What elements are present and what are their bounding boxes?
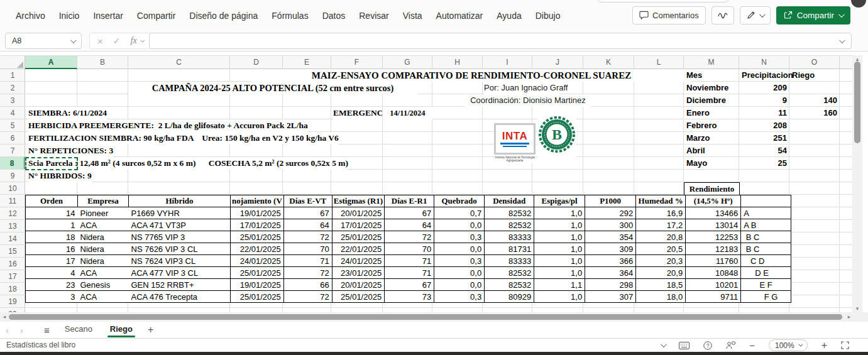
weather-precipitacion-value[interactable]: 11	[739, 107, 787, 119]
weather-precipitacion-value[interactable]: 54	[739, 145, 787, 157]
column-header-N[interactable]: N	[739, 56, 789, 69]
cell[interactable]: F G	[741, 291, 791, 303]
cell[interactable]: 25/01/2025	[332, 231, 384, 243]
cell[interactable]: 64	[385, 219, 434, 231]
weather-precipitacion-value[interactable]: 208	[739, 119, 787, 132]
menu-tab-automatizar[interactable]: Automatizar	[429, 4, 490, 28]
weather-riego-value[interactable]: 160	[789, 107, 837, 119]
weather-precipitacion-value[interactable]: 209	[739, 82, 787, 94]
column-header-M[interactable]: M	[684, 56, 739, 69]
cell[interactable]: 17/01/2025	[231, 219, 284, 231]
cell[interactable]: 20/01/2025	[332, 279, 384, 291]
cell[interactable]: NS 7626 VIP 3 CL	[129, 243, 231, 255]
cell[interactable]: 1,0	[534, 291, 585, 303]
weather-month[interactable]: Noviembre	[686, 82, 739, 94]
menu-tab-fórmulas[interactable]: Fórmulas	[265, 4, 315, 28]
menu-tab-insertar[interactable]: Insertar	[86, 4, 129, 28]
search-box-partial[interactable]	[596, 0, 730, 3]
menu-tab-ayuda[interactable]: Ayuda	[490, 4, 528, 28]
cell[interactable]: 82532	[485, 267, 534, 279]
cell[interactable]: 67	[385, 279, 434, 291]
cell[interactable]: 67	[385, 207, 434, 219]
cell[interactable]: 16	[26, 243, 78, 255]
cell[interactable]: 25/01/2025	[231, 291, 284, 303]
table-header-cell[interactable]: Empresa	[78, 195, 129, 207]
table-header-cell[interactable]: Híbrido	[129, 195, 231, 207]
cell[interactable]: 25/01/2025	[231, 267, 284, 279]
cell[interactable]: Genesis	[78, 279, 129, 291]
cell[interactable]: 11760	[686, 255, 741, 267]
prev-sheet-icon[interactable]: ‹	[0, 325, 14, 336]
zoom-in-icon[interactable]: +	[821, 341, 827, 351]
cell[interactable]: A	[741, 207, 791, 219]
cell[interactable]: 20,8	[636, 231, 686, 243]
cell[interactable]: 22/01/2025	[231, 243, 284, 255]
cell[interactable]: 24/01/2025	[332, 255, 384, 267]
cell[interactable]: 0,0	[434, 243, 485, 255]
cell[interactable]: 10848	[686, 267, 741, 279]
column-header-E[interactable]: E	[283, 56, 331, 69]
cell[interactable]: 71	[385, 255, 434, 267]
cell[interactable]: 10201	[686, 279, 741, 291]
weather-precipitacion-value[interactable]: 25	[739, 157, 787, 170]
cell[interactable]: 70	[385, 243, 434, 255]
cell[interactable]: 16,9	[636, 207, 686, 219]
comments-button[interactable]: Comentarios	[632, 6, 706, 25]
column-header-A[interactable]: A	[25, 56, 77, 69]
table-header-cell[interactable]: P1000	[585, 195, 636, 207]
cell[interactable]: 83333	[485, 231, 534, 243]
cell[interactable]: 1,0	[534, 255, 585, 267]
weather-month[interactable]: Enero	[686, 107, 739, 119]
menu-tab-inicio[interactable]: Inicio	[52, 4, 87, 28]
select-all-corner[interactable]	[0, 56, 25, 69]
cell[interactable]: 20,3	[636, 255, 686, 267]
cell[interactable]: NS 7624 VIP3 CL	[129, 255, 231, 267]
sheet-tab-secano[interactable]: Secano	[56, 322, 101, 338]
add-sheet-icon[interactable]: +	[141, 324, 160, 336]
cell[interactable]: 72	[283, 291, 332, 303]
cancel-icon[interactable]: ×	[97, 36, 103, 46]
cell[interactable]: 1,1	[534, 279, 585, 291]
cell[interactable]: 17	[26, 255, 78, 267]
table-header-cell[interactable]: Orden	[26, 195, 78, 207]
cell[interactable]: 80929	[485, 291, 534, 303]
formula-input[interactable]: Scia Parcela : 12,48 m2 (4 surcos 0,52 m…	[149, 33, 852, 49]
cell[interactable]: 23/01/2025	[332, 267, 384, 279]
cell[interactable]: 292	[585, 207, 636, 219]
cell[interactable]: 20/01/2025	[332, 207, 384, 219]
column-header-D[interactable]: D	[230, 56, 283, 69]
cell[interactable]: 12253	[686, 231, 741, 243]
weather-month[interactable]: Febrero	[686, 119, 739, 132]
cell[interactable]: 24/01/2025	[231, 255, 284, 267]
cell[interactable]: 23	[26, 279, 78, 291]
cell[interactable]: 0,3	[434, 291, 485, 303]
cell[interactable]: 4	[26, 267, 78, 279]
feedback-person-icon[interactable]	[726, 341, 735, 349]
weather-month[interactable]: Diciembre	[686, 94, 739, 107]
cell[interactable]: ACA	[78, 291, 129, 303]
weather-precipitacion-value[interactable]: 251	[739, 132, 787, 145]
cell[interactable]: Nidera	[78, 231, 129, 243]
column-header-O[interactable]: O	[789, 56, 840, 69]
cell[interactable]: 19/01/2025	[231, 279, 284, 291]
vertical-scroll-thumb[interactable]	[854, 62, 860, 143]
cell[interactable]: 1	[26, 219, 78, 231]
cell[interactable]: ACA	[78, 219, 129, 231]
cell[interactable]: 18,0	[636, 291, 686, 303]
menu-tab-datos[interactable]: Datos	[316, 4, 353, 28]
weather-month[interactable]: Mayo	[686, 157, 739, 170]
workbook-statistics-button[interactable]: Estadísticas del libro	[6, 339, 75, 352]
cell[interactable]: 83333	[485, 255, 534, 267]
cell[interactable]: 82532	[485, 219, 534, 231]
share-button[interactable]: Compartir	[776, 6, 850, 25]
column-header-H[interactable]: H	[432, 56, 483, 69]
cell[interactable]: 81731	[485, 243, 534, 255]
cell[interactable]: ACA 477 VIP 3 CL	[129, 267, 231, 279]
zoom-out-icon[interactable]: −	[749, 341, 755, 350]
cell[interactable]: 366	[585, 255, 636, 267]
cell[interactable]: 300	[585, 219, 636, 231]
cell[interactable]: ACA 476 Trecepta	[129, 291, 231, 303]
sheet-tab-riego[interactable]: Riego	[101, 322, 141, 338]
cell[interactable]: 1,0	[534, 243, 585, 255]
insert-function-button[interactable]: fx	[131, 36, 143, 46]
